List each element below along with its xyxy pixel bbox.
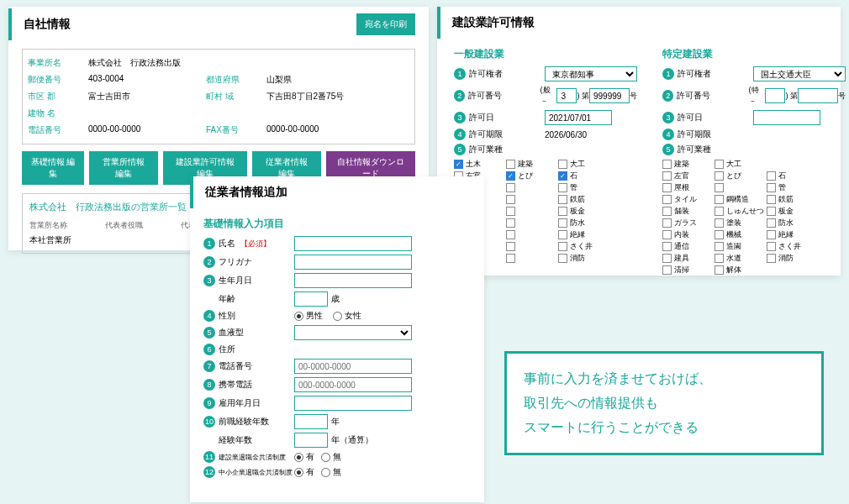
permit-type-label: 建築: [518, 159, 558, 170]
permit-type-checkbox[interactable]: [506, 218, 515, 228]
permit-type-checkbox[interactable]: [506, 242, 515, 251]
permit-type-checkbox[interactable]: [715, 171, 724, 181]
tel-input[interactable]: [294, 359, 412, 374]
permit-type-checkbox[interactable]: [558, 160, 567, 169]
permit-type-label: タイル: [674, 194, 715, 205]
kana-input[interactable]: [294, 255, 412, 270]
permit-type-checkbox[interactable]: [715, 207, 724, 216]
permit-type-checkbox[interactable]: [506, 160, 515, 169]
permit-type-label: 管: [570, 182, 610, 193]
permit-type-label: 防水: [570, 218, 610, 228]
permit-type-checkbox[interactable]: [767, 171, 776, 181]
permit-type-checkbox[interactable]: [506, 230, 515, 239]
ret1-yes-radio[interactable]: [294, 453, 303, 462]
permit-type-checkbox[interactable]: [506, 207, 515, 216]
female-radio[interactable]: [333, 312, 342, 321]
ret2-yes-radio[interactable]: [294, 468, 303, 477]
permit-type-label: 内装: [674, 229, 715, 240]
permit-type-checkbox[interactable]: [506, 195, 515, 204]
special-num-b-input[interactable]: [798, 88, 838, 103]
permit-type-checkbox[interactable]: [558, 218, 567, 228]
permit-type-checkbox[interactable]: [662, 160, 672, 169]
permit-type-checkbox[interactable]: [767, 207, 776, 216]
permit-type-label: 機械: [726, 229, 767, 240]
exp-input[interactable]: [294, 414, 328, 429]
info-label: FAX番号: [206, 124, 266, 136]
age-input[interactable]: [294, 291, 328, 307]
permit-type-label: 左官: [674, 171, 715, 181]
edit-button[interactable]: 営業所情報 編集: [89, 151, 158, 185]
permit-type-checkbox[interactable]: [662, 183, 672, 192]
permit-type-checkbox[interactable]: [662, 218, 672, 228]
info-value: 0000-00-0000: [266, 124, 384, 136]
callout-box: 事前に入力を済ませておけば、 取引先への情報提供も スマートに行うことができる: [504, 351, 824, 455]
permit-type-checkbox[interactable]: [715, 254, 724, 263]
exp2-input[interactable]: [294, 433, 328, 448]
permit-info-panel: 建設業許可情報 一般建設業 1許可権者東京都知事 2許可番号 (般－ ) 第 号…: [437, 7, 841, 276]
permit-type-checkbox[interactable]: [558, 207, 567, 216]
mobile-input[interactable]: [294, 377, 412, 392]
general-num-a-input[interactable]: [556, 88, 577, 103]
permit-type-checkbox[interactable]: [715, 242, 724, 251]
permit-type-checkbox[interactable]: [558, 195, 567, 204]
permit-type-checkbox[interactable]: [767, 230, 776, 239]
birth-input[interactable]: [294, 273, 412, 288]
permit-type-checkbox[interactable]: [767, 254, 776, 263]
general-auth-select[interactable]: 東京都知事: [545, 66, 637, 81]
callout-line2: 取引先への情報提供も: [524, 391, 804, 416]
permit-type-checkbox[interactable]: [715, 183, 724, 192]
permit-type-checkbox[interactable]: [662, 195, 672, 204]
permit-type-checkbox[interactable]: ✓: [558, 171, 567, 181]
male-radio[interactable]: [294, 312, 303, 321]
permit-type-checkbox[interactable]: [715, 218, 724, 228]
permit-type-checkbox[interactable]: [662, 254, 672, 263]
info-label: 郵便番号: [28, 74, 88, 86]
permit-type-label: 解体: [726, 265, 767, 276]
permit-type-label: 絶縁: [570, 229, 610, 240]
info-value: 富士吉田市: [88, 91, 206, 102]
permit-type-checkbox[interactable]: [558, 230, 567, 239]
print-address-button[interactable]: 宛名を印刷: [356, 13, 415, 35]
ret2-no-radio[interactable]: [321, 468, 330, 477]
permit-type-checkbox[interactable]: [767, 242, 776, 251]
permit-type-label: さく井: [778, 241, 819, 252]
permit-type-checkbox[interactable]: ✓: [506, 171, 515, 181]
permit-type-checkbox[interactable]: [662, 171, 672, 181]
special-num-a-input[interactable]: [765, 88, 785, 103]
office-header: 営業所名称: [29, 220, 105, 231]
hire-input[interactable]: [294, 396, 412, 411]
permit-type-checkbox[interactable]: [715, 195, 724, 204]
permit-type-label: 土木: [466, 159, 506, 170]
blood-select[interactable]: [294, 325, 412, 340]
info-label: 都道府県: [206, 74, 266, 86]
permit-type-checkbox[interactable]: [558, 183, 567, 192]
permit-type-checkbox[interactable]: [662, 242, 672, 251]
special-date-input[interactable]: [753, 110, 820, 125]
general-num-b-input[interactable]: [589, 88, 630, 103]
permit-type-checkbox[interactable]: [767, 183, 776, 192]
special-auth-select[interactable]: 国土交通大臣: [753, 66, 846, 81]
permit-type-checkbox[interactable]: [662, 207, 672, 216]
permit-type-label: 石: [778, 171, 819, 181]
permit-type-checkbox[interactable]: [662, 230, 672, 239]
ret1-no-radio[interactable]: [321, 453, 330, 462]
permit-type-checkbox[interactable]: [558, 254, 567, 263]
info-value: [88, 108, 206, 119]
edit-button[interactable]: 基礎情報 編集: [22, 151, 84, 185]
permit-type-checkbox[interactable]: [715, 160, 724, 169]
permit-type-checkbox[interactable]: ✓: [454, 160, 463, 169]
permit-type-label: 防水: [778, 218, 819, 228]
permit-type-label: 板金: [570, 206, 610, 217]
permit-type-label: 舗装: [674, 206, 715, 217]
permit-type-checkbox[interactable]: [506, 183, 515, 192]
permit-type-checkbox[interactable]: [506, 254, 515, 263]
permit-type-checkbox[interactable]: [715, 230, 724, 239]
general-date-input[interactable]: [545, 110, 612, 125]
permit-type-checkbox[interactable]: [558, 242, 567, 251]
permit-type-checkbox[interactable]: [715, 265, 724, 275]
name-input[interactable]: [294, 236, 412, 251]
info-label: [206, 108, 266, 119]
permit-type-checkbox[interactable]: [662, 265, 672, 275]
permit-type-checkbox[interactable]: [767, 195, 776, 204]
permit-type-checkbox[interactable]: [767, 218, 776, 228]
